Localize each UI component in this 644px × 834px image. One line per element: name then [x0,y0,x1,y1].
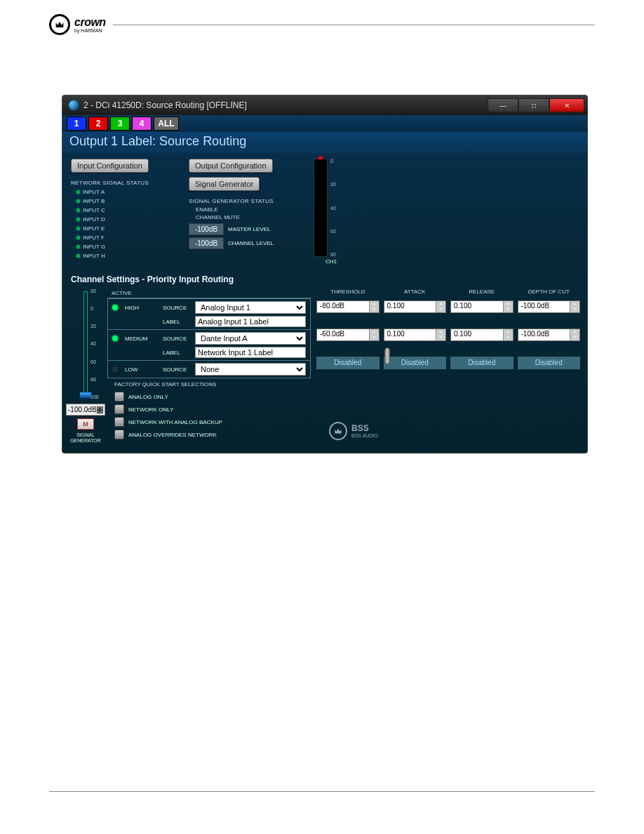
priority-level-label: HIGH [125,305,160,311]
high-source-select[interactable]: Analog Input 1 [195,301,306,314]
factory-option-network-backup[interactable] [114,417,124,427]
status-led-icon [76,190,80,194]
list-item: INPUT D [76,215,176,224]
release-disabled: Disabled [450,357,514,369]
list-item: INPUT A [76,187,176,197]
page-title: Output 1 Label: Source Routing [62,132,587,153]
list-item: INPUT B [76,197,176,206]
label-label: LABEL [163,319,192,325]
tab-channel-4[interactable]: 4 [132,117,152,131]
bss-icon [329,422,347,440]
channel-tabs: 1 2 3 4 ALL [62,115,587,132]
app-sysicon [68,100,79,111]
factory-option-analog-overrides[interactable] [114,430,124,439]
depth-input[interactable]: -100.0dB▲▼ [518,300,581,313]
crown-logo: crown by HARMAN [49,14,106,35]
tab-channel-2[interactable]: 2 [88,117,108,131]
status-led-icon [76,208,80,212]
source-label: SOURCE [163,305,192,311]
status-led-icon [76,254,80,258]
depth-disabled: Disabled [518,357,581,369]
active-radio-medium[interactable] [112,336,118,341]
params-headers: THRESHOLD ATTACK RELEASE DEPTH OF CUT [316,289,580,298]
brand-sub: by HARMAN [74,28,106,33]
list-item: INPUT C [76,206,176,215]
crown-icon [49,14,70,35]
fader-scale: 20 0 20 40 60 80 100 [90,289,99,399]
app-body: 1 2 3 4 ALL Output 1 Label: Source Routi… [62,115,587,453]
priority-level-label: LOW [125,366,160,373]
output-configuration-button[interactable]: Output Configuration [189,159,273,173]
status-led-icon [76,218,80,221]
medium-label-input[interactable] [195,347,306,358]
master-level-value[interactable]: -100dB [189,223,224,235]
params-row-medium: -60.0dB▲▼ 0.100▲▼ 0.100▲▼ -100.0dB▲▼ [316,329,580,341]
network-status-header: NETWORK SIGNAL STATUS [71,180,176,186]
priority-routing-box: HIGH SOURCE Analog Input 1 LABEL MEDIUM … [107,298,311,378]
source-label: SOURCE [163,366,192,373]
label-label: LABEL [163,350,192,356]
status-led-icon [76,245,80,249]
threshold-input[interactable]: -80.0dB▲▼ [316,300,380,313]
active-radio-high[interactable] [112,305,118,310]
active-radio-low[interactable] [112,366,118,372]
release-input[interactable]: 0.100▲▼ [450,329,514,341]
priority-section-title: Channel Settings - Priority Input Routin… [62,267,587,289]
release-input[interactable]: 0.100▲▼ [450,300,514,313]
fader-value-input[interactable]: -100.0dB ▲▼ [66,404,105,416]
status-led-icon [76,236,80,239]
brand-name: crown [74,17,106,28]
attack-input[interactable]: 0.100▲▼ [384,300,447,313]
medium-source-select[interactable]: Dante Input A [195,332,306,345]
list-item: INPUT E [76,224,176,233]
signal-generator-button[interactable]: Signal Generator [189,177,260,191]
bss-audio-logo: BSS BSS AUDIO [329,422,378,440]
maximize-button[interactable]: □ [518,98,549,112]
tab-channel-3[interactable]: 3 [110,117,130,131]
siggen-status-header: SIGNAL GENERATOR STATUS [189,198,301,204]
clip-indicator-icon [318,157,323,159]
low-source-select[interactable]: None [195,363,306,376]
threshold-disabled: Disabled [316,357,380,369]
header-divider [113,25,595,25]
attack-disabled: Disabled [384,357,447,369]
depth-input[interactable]: -100.0dB▲▼ [518,329,581,341]
source-label: SOURCE [163,336,192,342]
close-button[interactable]: ✕ [549,98,584,112]
high-label-input[interactable] [195,316,306,327]
priority-level-label: MEDIUM [125,336,160,342]
factory-header: FACTORY QUICK START SELECTIONS [114,381,311,388]
attack-input[interactable]: 0.100▲▼ [384,329,447,341]
tab-all[interactable]: ALL [154,117,179,131]
list-item: INPUT H [76,251,176,260]
params-row-low: Disabled Disabled Disabled Disabled [316,357,580,369]
status-led-icon [76,227,80,230]
factory-option-analog-only[interactable] [114,392,124,402]
footer-divider [49,791,595,792]
level-meter [314,159,328,257]
window-title: 2 - DCi 41250D: Source Routing [OFFLINE] [83,100,483,110]
channel-level-value[interactable]: -100dB [189,237,224,249]
params-row-high: -80.0dB▲▼ 0.100▲▼ 0.100▲▼ -100.0dB▲▼ [316,300,580,313]
app-window: 2 - DCi 41250D: Source Routing [OFFLINE]… [62,95,588,454]
page-header: crown by HARMAN [0,0,644,42]
factory-option-network-only[interactable] [114,404,124,414]
active-column-header: ACTIVE [107,289,311,298]
signal-generator-label: SIGNAL GENERATOR [70,432,101,444]
gain-fader[interactable] [83,291,88,397]
input-status-list: INPUT A INPUT B INPUT C INPUT D INPUT E … [76,187,176,260]
siggen-enable-label: ENABLE [189,206,301,213]
list-item: INPUT F [76,233,176,242]
channel-level-label: CHANNEL LEVEL [228,240,274,246]
status-led-icon [76,199,80,203]
tab-channel-1[interactable]: 1 [67,117,86,131]
list-item: INPUT G [76,242,176,251]
input-configuration-button[interactable]: Input Configuration [71,159,149,173]
mute-button[interactable]: M [77,418,94,430]
titlebar[interactable]: 2 - DCi 41250D: Source Routing [OFFLINE]… [62,95,587,115]
threshold-input[interactable]: -60.0dB▲▼ [316,329,380,341]
panel-drag-handle[interactable] [384,348,390,364]
minimize-button[interactable]: — [488,98,518,112]
channel-mute-label: CHANNEL MUTE [189,213,301,221]
meter-channel-label: CH1 [314,258,349,265]
